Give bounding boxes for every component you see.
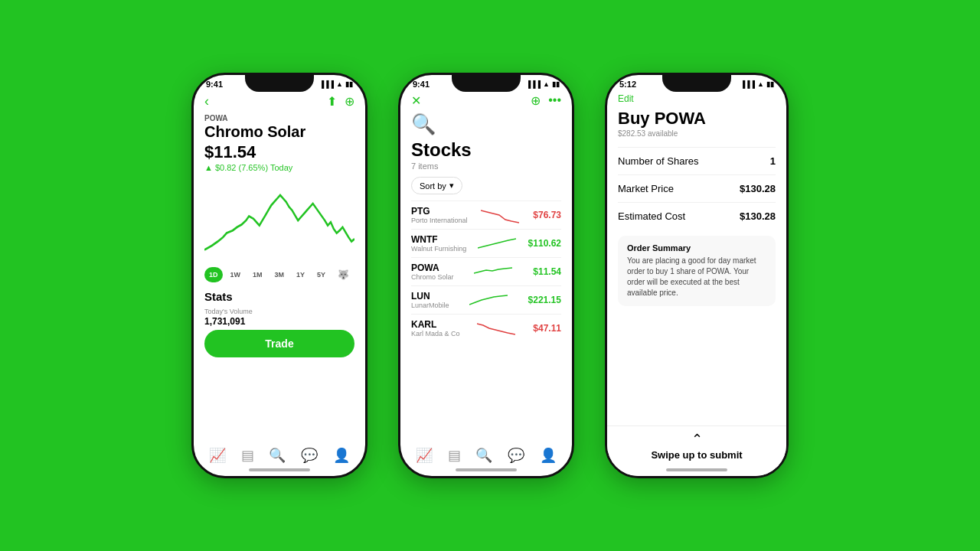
nav-search-icon[interactable]: 🔍 <box>269 447 286 464</box>
wifi-icon: ▲ <box>336 80 343 88</box>
chart-line <box>204 195 354 250</box>
stock-info-karl: KARL Karl Mada & Co <box>411 319 460 337</box>
bottom-nav-1: 📈 ▤ 🔍 💬 👤 <box>194 447 365 464</box>
notch-2 <box>452 75 521 92</box>
time-3: 5:12 <box>619 80 636 89</box>
order-summary-text: You are placing a good for day market or… <box>627 256 766 298</box>
add-icon-2[interactable]: ⊕ <box>531 93 541 108</box>
p2-header: ✕ ⊕ ••• <box>411 90 561 112</box>
nav-chart-icon[interactable]: 📈 <box>209 447 226 464</box>
list-item[interactable]: WNTF Walnut Furnishing $110.62 <box>411 229 561 257</box>
btn-1d[interactable]: 1D <box>204 267 223 282</box>
btn-3m[interactable]: 3M <box>270 267 289 282</box>
signal-icon-2: ▐▐▐ <box>526 80 541 88</box>
edit-button[interactable]: Edit <box>618 93 634 104</box>
bottom-nav-2: 📈 ▤ 🔍 💬 👤 <box>400 447 572 464</box>
market-label: Market Price <box>618 183 674 194</box>
sort-button[interactable]: Sort by ▾ <box>411 177 462 194</box>
order-row-estimated: Estimated Cost $130.28 <box>618 202 776 230</box>
list-item[interactable]: LUN LunarMobile $221.15 <box>411 285 561 314</box>
list-item[interactable]: PTG Porto International $76.73 <box>411 201 561 229</box>
stock-info-wntf: WNTF Walnut Furnishing <box>411 234 466 253</box>
btn-wolf[interactable]: 🐺 <box>333 267 354 282</box>
nav-person-icon-2[interactable]: 👤 <box>540 447 557 464</box>
phone-1-content: ‹ ⬆ ⊕ POWA Chromo Solar $11.54 ▲ $0.82 (… <box>194 90 365 468</box>
name-powa: Chromo Solar <box>411 273 454 281</box>
battery-icon-2: ▮▮ <box>552 80 560 88</box>
name-lun: LunarMobile <box>411 302 449 309</box>
shares-label: Number of Shares <box>618 155 699 167</box>
stock-chart <box>204 178 354 262</box>
nav-search-icon-2[interactable]: 🔍 <box>475 447 492 464</box>
battery-icon: ▮▮ <box>345 80 353 88</box>
name-karl: Karl Mada & Co <box>411 330 460 337</box>
order-summary-box: Order Summary You are placing a good for… <box>618 236 776 306</box>
nav-chat-icon-2[interactable]: 💬 <box>508 447 524 464</box>
stocks-title: Stocks <box>411 139 561 161</box>
btn-1y[interactable]: 1Y <box>292 267 309 282</box>
home-bar-1 <box>249 468 310 471</box>
share-icon[interactable]: ⬆ <box>327 94 337 109</box>
status-icons-3: ▐▐▐ ▲ ▮▮ <box>740 80 774 88</box>
order-summary-title: Order Summary <box>627 243 766 253</box>
nav-list-icon[interactable]: ▤ <box>241 447 254 464</box>
price-change: ▲ $0.82 (7.65%) Today <box>204 163 354 172</box>
price-lun: $221.15 <box>528 295 561 305</box>
stock-info-powa: POWA Chromo Solar <box>411 262 454 281</box>
sort-label: Sort by <box>420 181 446 191</box>
home-bar-2 <box>456 468 517 471</box>
mini-chart-lun <box>469 291 508 309</box>
chart-svg <box>204 178 354 262</box>
back-button[interactable]: ‹ <box>204 93 209 109</box>
swipe-label: Swipe up to submit <box>607 449 786 461</box>
available-label: $282.53 available <box>618 129 776 138</box>
estimated-label: Estimated Cost <box>618 210 685 222</box>
chevron-up-icon: ⌃ <box>607 431 786 448</box>
nav-list-icon-2[interactable]: ▤ <box>448 447 461 464</box>
stock-info-lun: LUN LunarMobile <box>411 291 449 309</box>
trade-button[interactable]: Trade <box>204 330 354 357</box>
price-powa: $11.54 <box>533 266 561 277</box>
volume-value: 1,731,091 <box>204 316 354 327</box>
list-item[interactable]: KARL Karl Mada & Co $47.11 <box>411 314 561 342</box>
stock-info-ptg: PTG Porto International <box>411 206 468 224</box>
btn-1m[interactable]: 1M <box>248 267 267 282</box>
phone-1: 9:41 ▐▐▐ ▲ ▮▮ ‹ ⬆ ⊕ POWA Chromo Solar $1… <box>191 73 368 478</box>
time-2: 9:41 <box>413 80 430 89</box>
ticker-wntf: WNTF <box>411 234 466 245</box>
nav-person-icon[interactable]: 👤 <box>333 447 350 464</box>
btn-5y[interactable]: 5Y <box>312 267 330 282</box>
btn-1w[interactable]: 1W <box>226 267 246 282</box>
stock-name: Chromo Solar <box>204 123 354 141</box>
phone-3: 5:12 ▐▐▐ ▲ ▮▮ Edit Buy POWA $282.53 avai… <box>605 73 789 478</box>
price-karl: $47.11 <box>533 323 561 334</box>
p1-header-icons: ⬆ ⊕ <box>327 94 354 109</box>
status-icons-1: ▐▐▐ ▲ ▮▮ <box>319 80 353 88</box>
more-icon[interactable]: ••• <box>548 93 561 108</box>
list-item[interactable]: POWA Chromo Solar $11.54 <box>411 257 561 285</box>
close-button[interactable]: ✕ <box>411 93 421 108</box>
wifi-icon-3: ▲ <box>757 80 764 88</box>
name-wntf: Walnut Furnishing <box>411 245 466 253</box>
order-row-shares[interactable]: Number of Shares 1 <box>618 147 776 174</box>
p1-header: ‹ ⬆ ⊕ <box>204 90 354 114</box>
ticker-label: POWA <box>204 114 354 122</box>
p3-header: Edit <box>618 90 776 109</box>
shares-value: 1 <box>770 155 776 167</box>
nav-chat-icon[interactable]: 💬 <box>301 447 318 464</box>
nav-chart-icon-2[interactable]: 📈 <box>416 447 433 464</box>
wifi-icon-2: ▲ <box>543 80 550 88</box>
status-icons-2: ▐▐▐ ▲ ▮▮ <box>526 80 560 88</box>
time-buttons: 1D 1W 1M 3M 1Y 5Y 🐺 <box>204 267 354 282</box>
market-value: $130.28 <box>740 183 776 194</box>
signal-icon-3: ▐▐▐ <box>740 80 755 88</box>
add-icon[interactable]: ⊕ <box>345 94 354 109</box>
mini-chart-wntf <box>478 234 516 253</box>
mini-chart-karl <box>477 319 515 337</box>
volume-label: Today's Volume <box>204 308 354 315</box>
time-1: 9:41 <box>206 80 223 89</box>
ticker-powa: POWA <box>411 262 454 273</box>
stock-price: $11.54 <box>204 142 354 162</box>
price-ptg: $76.73 <box>533 210 561 220</box>
search-icon-big: 🔍 <box>411 112 561 136</box>
